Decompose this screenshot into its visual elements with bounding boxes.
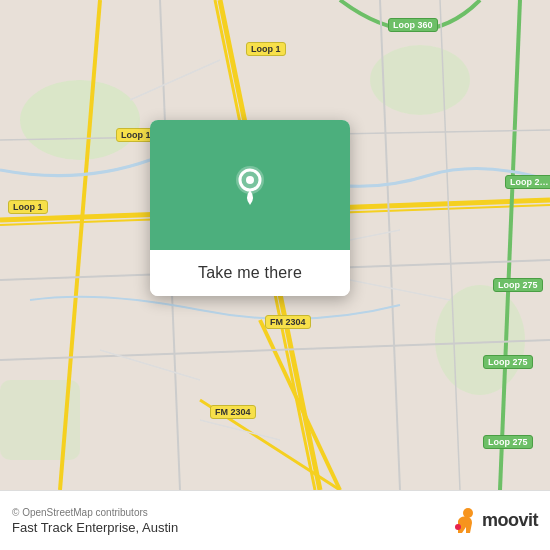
road-badge-fm2304a: FM 2304 xyxy=(265,315,311,329)
svg-point-26 xyxy=(246,176,254,184)
road-badge-loop275b: Loop 275 xyxy=(483,355,533,369)
map-container: Loop 360 Loop 1 Loop 1 Loop 1 Loop 2… Lo… xyxy=(0,0,550,490)
moovit-logo: moovit xyxy=(450,507,538,535)
svg-point-3 xyxy=(435,285,525,395)
osm-attribution: © OpenStreetMap contributors xyxy=(12,507,178,518)
take-me-there-button[interactable]: Take me there xyxy=(150,250,350,296)
card-map-area xyxy=(150,120,350,250)
road-badge-loop1a: Loop 1 xyxy=(246,42,286,56)
svg-point-1 xyxy=(20,80,140,160)
road-badge-fm2304b: FM 2304 xyxy=(210,405,256,419)
moovit-brand-text: moovit xyxy=(482,510,538,531)
svg-point-28 xyxy=(455,524,461,530)
location-card: Take me there xyxy=(150,120,350,296)
road-badge-loop275c: Loop 275 xyxy=(483,435,533,449)
bottom-bar: © OpenStreetMap contributors Fast Track … xyxy=(0,490,550,550)
location-label: Fast Track Enterprise, Austin xyxy=(12,520,178,535)
road-badge-loop1c: Loop 1 xyxy=(8,200,48,214)
location-pin-icon xyxy=(228,163,272,207)
road-badge-loop360: Loop 360 xyxy=(388,18,438,32)
road-badge-loop275a: Loop 275 xyxy=(493,278,543,292)
svg-point-27 xyxy=(463,508,473,518)
bottom-left: © OpenStreetMap contributors Fast Track … xyxy=(12,507,178,535)
road-badge-loop2: Loop 2… xyxy=(505,175,550,189)
moovit-brand-icon xyxy=(450,507,478,535)
